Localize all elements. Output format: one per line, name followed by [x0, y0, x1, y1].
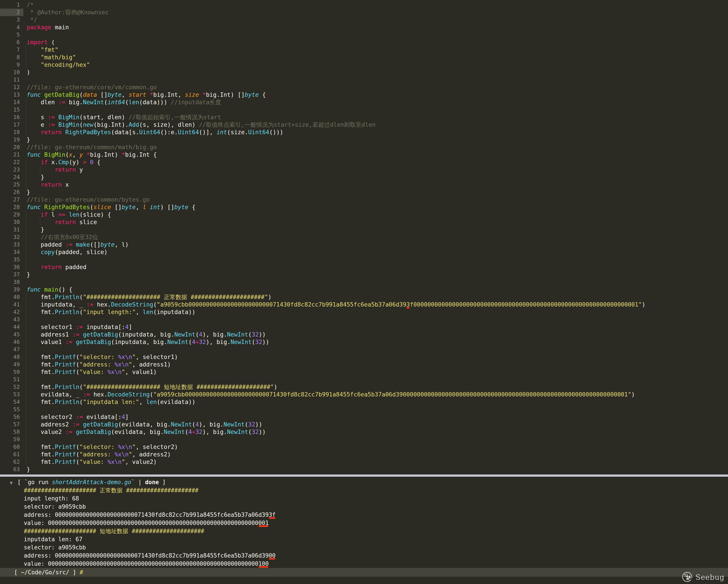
code-line[interactable]: 37}	[0, 271, 728, 278]
code-line[interactable]: 21func BigMin(x, y *big.Int) *big.Int {	[0, 151, 728, 158]
code-line[interactable]: 36 return padded	[0, 263, 728, 271]
token-f: Uint64	[248, 129, 269, 135]
terminal-output-row: input length: 68	[0, 494, 728, 503]
token-y: ##################### 短地址数据 ############…	[24, 528, 204, 534]
token-ur: 00	[268, 552, 276, 559]
code-line[interactable]: 54 fmt.Println("inputdata len:", len(evi…	[0, 398, 728, 406]
token-w	[83, 151, 86, 158]
terminal-output-row: ##################### 正常数据 #############…	[0, 486, 728, 494]
code-line[interactable]: 12//file: go-ethereum/core/vm/common.go	[0, 83, 728, 91]
code-line[interactable]: 17 e := BigMin(new(big.Int).Add(s, size)…	[0, 121, 728, 128]
code-line[interactable]: 5	[0, 31, 728, 39]
code-line[interactable]: 13func getDataBig(data []byte, start *bi…	[0, 91, 728, 99]
code-line[interactable]: 47	[0, 346, 728, 353]
code-line[interactable]: 20//file: go-thereum/common/math/big.go	[0, 144, 728, 151]
collapse-triangle-icon[interactable]: ▼	[10, 479, 13, 487]
code-line[interactable]: 28func RightPadBytes(slice []byte, l int…	[0, 203, 728, 211]
code-line[interactable]: 9 "encoding/hex"	[0, 61, 728, 69]
code-line[interactable]: 10)	[0, 69, 728, 76]
code-text: }	[27, 466, 30, 473]
code-line[interactable]: 39func main() {	[0, 286, 728, 293]
code-line[interactable]: 14 dlen := big.NewInt(int64(len(data))) …	[0, 99, 728, 106]
code-line[interactable]: 23 return y	[0, 166, 728, 173]
code-line[interactable]: 44 selector1 := inputdata[:4]	[0, 323, 728, 331]
code-line[interactable]: 45 address1 := getDataBig(inputdata, big…	[0, 331, 728, 338]
token-k: *	[86, 151, 90, 158]
indent-guide	[26, 346, 26, 353]
code-line[interactable]: 40 fmt.Println("##################### 正常…	[0, 293, 728, 301]
code-line[interactable]: 18 return RightPadBytes(data[s.Uint64():…	[0, 128, 728, 136]
code-line[interactable]: 31 }	[0, 226, 728, 233]
code-line[interactable]: 35	[0, 256, 728, 263]
token-y: ##################### 正常数据 #############…	[24, 487, 199, 493]
code-text: evildata, _ := hex.DecodeString("a9059cb…	[27, 391, 635, 398]
code-line[interactable]: 19}	[0, 136, 728, 144]
code-line[interactable]: 30 return slice	[0, 219, 728, 226]
token-k: :=	[58, 99, 66, 106]
panel-divider[interactable]	[0, 475, 728, 477]
code-line[interactable]: 2 * @Author:昏鸦@Knownsec	[0, 8, 728, 16]
code-line[interactable]: 57 address2 := getDataBig(evildata, big.…	[0, 421, 728, 428]
code-line[interactable]: 62 fmt.Printf("value: %x\n", value2)	[0, 458, 728, 466]
code-line[interactable]: 8 "math/big"	[0, 54, 728, 61]
token-w	[41, 204, 44, 210]
code-line[interactable]: 15	[0, 106, 728, 113]
code-line[interactable]: 61 fmt.Printf("address: %x\n", address2)	[0, 451, 728, 458]
token-w: selector: a9059cbb	[24, 544, 86, 551]
token-f: NewInt	[231, 338, 252, 345]
code-line[interactable]: 24 }	[0, 173, 728, 181]
code-line[interactable]: 38	[0, 278, 728, 286]
code-line[interactable]: 52 fmt.Println("##################### 短地…	[0, 383, 728, 391]
code-line[interactable]: 59	[0, 436, 728, 443]
line-number: 40	[0, 293, 20, 301]
token-w: (	[192, 421, 196, 428]
code-line[interactable]: 56 selector2 := evildata[:4]	[0, 413, 728, 421]
code-line[interactable]: 41 inputdata, _ := hex.DecodeString("a90…	[0, 301, 728, 308]
line-number: 55	[0, 406, 20, 413]
code-line[interactable]: 34 copy(padded, slice)	[0, 248, 728, 256]
terminal-prompt-bar[interactable]: [ ~/Code/Go/src/ ] #	[0, 568, 728, 577]
build-output-panel[interactable]: ▼ [ `go run shortAddrAttack-demo.go` | d…	[0, 477, 728, 584]
indent-guide	[26, 338, 26, 346]
line-number: 25	[0, 181, 20, 188]
code-line[interactable]: 25 return x	[0, 181, 728, 188]
code-line[interactable]: 22 if x.Cmp(y) > 0 {	[0, 158, 728, 166]
token-w: inputdata, _	[27, 301, 86, 308]
code-line[interactable]: 49 fmt.Printf("address: %x\n", address1)	[0, 361, 728, 368]
code-line[interactable]: 60 fmt.Printf("selector: %x\n", selector…	[0, 443, 728, 451]
code-text: }	[27, 173, 44, 181]
code-line[interactable]: 42 fmt.Println("input length:", len(inpu…	[0, 308, 728, 316]
code-line[interactable]: 32 //右填充0x00至32位	[0, 233, 728, 241]
code-line[interactable]: 4package main	[0, 24, 728, 31]
code-line[interactable]: 3 */	[0, 16, 728, 24]
code-line[interactable]: 51	[0, 376, 728, 383]
code-line[interactable]: 6import (	[0, 39, 728, 46]
code-line[interactable]: 16 s := BigMin(start, dlen) //取值起始索引,一般情…	[0, 113, 728, 121]
code-line[interactable]: 55	[0, 406, 728, 413]
code-line[interactable]: 27//file: go-ethereum/common/bytes.go	[0, 196, 728, 203]
code-line[interactable]: 7 "fmt"	[0, 46, 728, 54]
token-w: (	[76, 451, 79, 458]
terminal-output-row: ##################### 短地址数据 ############…	[0, 527, 728, 535]
token-g: getDataBig	[44, 91, 80, 98]
code-line[interactable]: 58 value2 := getDataBig(evildata, big.Ne…	[0, 428, 728, 436]
code-editor[interactable]: 1/*2 * @Author:昏鸦@Knownsec3 */4package m…	[0, 0, 728, 475]
token-s: "	[132, 443, 136, 450]
code-line[interactable]: 63}	[0, 466, 728, 473]
code-line[interactable]: 11	[0, 76, 728, 83]
code-line[interactable]: 46 value1 := getDataBig(inputdata, big.N…	[0, 338, 728, 346]
token-w: (	[76, 354, 79, 360]
code-line[interactable]: 43	[0, 316, 728, 323]
indent-guide	[26, 173, 26, 181]
token-w: ), big.	[199, 421, 224, 428]
code-line[interactable]: 26}	[0, 188, 728, 196]
token-w: (start, dlen)	[79, 114, 128, 121]
code-line[interactable]: 29 if l <= len(slice) {	[0, 211, 728, 219]
token-g: RightPadBytes	[44, 204, 90, 210]
token-w: ()))	[269, 129, 283, 135]
code-line[interactable]: 53 evildata, _ := hex.DecodeString("a905…	[0, 391, 728, 398]
code-line[interactable]: 48 fmt.Printf("selector: %x\n", selector…	[0, 353, 728, 361]
code-line[interactable]: 33 padded := make([]byte, l)	[0, 241, 728, 248]
code-line[interactable]: 1/*	[0, 1, 728, 8]
code-line[interactable]: 50 fmt.Printf("value: %x\n", value1)	[0, 368, 728, 376]
